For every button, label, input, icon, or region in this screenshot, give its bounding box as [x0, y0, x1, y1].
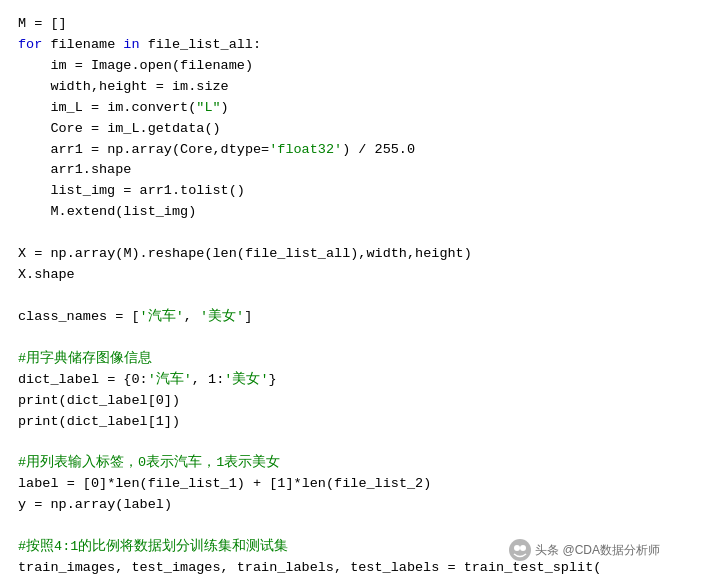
svg-point-1	[514, 545, 520, 551]
watermark: 头条 @CDA数据分析师	[509, 539, 660, 561]
code-container: M = [] for filename in file_list_all: im…	[0, 0, 720, 579]
watermark-text: 头条 @CDA数据分析师	[535, 541, 660, 560]
svg-point-0	[509, 539, 531, 561]
watermark-icon	[509, 539, 531, 561]
svg-point-2	[520, 545, 526, 551]
code-block: M = [] for filename in file_list_all: im…	[18, 14, 702, 579]
